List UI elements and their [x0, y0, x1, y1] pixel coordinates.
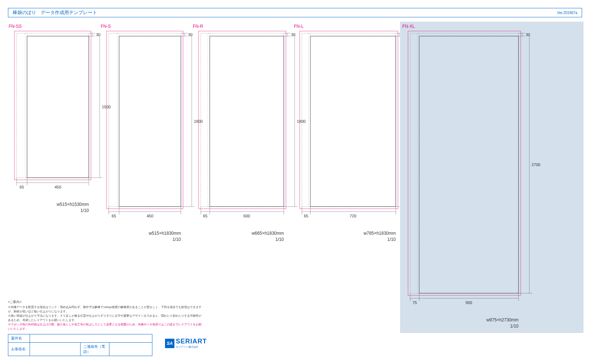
template-label: FN-XL	[402, 24, 584, 29]
svg-rect-54	[300, 31, 398, 209]
form-field-name-label: 案件名	[8, 334, 30, 343]
svg-rect-21	[117, 33, 119, 207]
svg-text:450: 450	[55, 185, 61, 189]
svg-text:65: 65	[112, 214, 116, 218]
template-label: FN-S	[101, 24, 191, 29]
version-label: Ver.201907a	[557, 11, 577, 15]
template-label: FN-R	[193, 24, 292, 29]
template-summary: w665×h1830mm1/10	[192, 230, 284, 243]
template-diagram: 30 1800 65 450	[100, 30, 203, 228]
svg-text:2700: 2700	[532, 162, 540, 167]
svg-text:30: 30	[526, 32, 530, 37]
svg-text:720: 720	[350, 214, 356, 218]
svg-text:600: 600	[243, 214, 250, 218]
logo-mark-icon: SA	[165, 339, 174, 348]
template-summary: w785×h1830mm1/10	[293, 230, 396, 243]
svg-text:65: 65	[203, 214, 207, 218]
info-table: 案件名 お客様名 ご連絡先（電話）	[8, 334, 152, 356]
note-line-3: ※マゼンダ色の外枠線は仕上げの際、裁ち落としや加工等の延ばしろとして必要となる範…	[8, 322, 203, 331]
template-label: FN-L	[294, 24, 400, 29]
template-FN-L: FN-L 30 1800 65 720 w785×h1830mm1/10	[292, 22, 400, 333]
svg-rect-19	[109, 33, 181, 207]
svg-rect-57	[308, 33, 310, 207]
svg-rect-38	[210, 36, 284, 207]
svg-rect-73	[410, 33, 519, 293]
svg-rect-18	[107, 31, 183, 209]
note-line-1: ※画像データを配置する場合はリンク・埋め込み問わず、製作寸法解像で100dpi程…	[8, 305, 203, 314]
template-summary: w515×h1830mm1/10	[100, 230, 181, 243]
svg-rect-2	[27, 36, 89, 178]
svg-rect-75	[417, 33, 419, 293]
form-field-contact-value[interactable]	[109, 343, 152, 356]
form-field-customer-value[interactable]	[30, 343, 81, 356]
template-diagram: 30 1800 65 600	[192, 30, 305, 228]
svg-rect-1	[17, 33, 89, 178]
template-label: FN-SS	[9, 24, 99, 29]
template-FN-S: FN-S 30 1800 65 450 w515×h1830mm1/10	[99, 22, 191, 333]
svg-rect-3	[25, 33, 27, 178]
template-diagram: 30 2700 75 900	[402, 30, 540, 315]
svg-rect-39	[208, 33, 210, 207]
template-diagram: 30 1500 65 450	[8, 30, 110, 199]
template-FN-SS: FN-SS 30 1500 65 450 w515×h1530mm1/10	[6, 22, 99, 333]
logo-text: SERIART	[176, 338, 207, 345]
svg-rect-0	[14, 31, 91, 180]
note-line-2: ※黒い実線が仕上がり寸法になります。ヌリ足しが被る位置や仕上がりギリギリに文字や…	[8, 314, 203, 322]
template-summary: w515×h1530mm1/10	[8, 202, 89, 214]
form-field-name-value[interactable]	[30, 334, 152, 343]
logo: SA SERIART セリアート株式会社	[165, 338, 207, 349]
templates-container: FN-SS 30 1500 65 450 w515×h1530mm1/10FN-…	[6, 22, 584, 333]
svg-text:900: 900	[465, 300, 472, 305]
svg-rect-36	[199, 31, 286, 209]
template-FN-R: FN-R 30 1800 65 600 w665×h1830mm1/10	[191, 22, 292, 333]
svg-rect-72	[408, 31, 521, 295]
svg-text:65: 65	[304, 214, 308, 218]
footer: <ご案内> ※画像データを配置する場合はリンク・埋め込み問わず、製作寸法解像で1…	[8, 300, 203, 356]
svg-rect-20	[119, 36, 181, 207]
svg-rect-37	[201, 33, 284, 207]
svg-rect-56	[310, 36, 396, 207]
svg-text:75: 75	[412, 300, 417, 305]
svg-text:450: 450	[147, 214, 153, 218]
form-field-customer-label: お客様名	[8, 343, 30, 356]
form-field-contact-label: ご連絡先（電話）	[81, 343, 109, 356]
template-summary: w975×h2730mm1/10	[402, 317, 519, 329]
page-title: 棒袋のぼり データ作成用テンプレート	[13, 9, 97, 16]
template-diagram: 30 1800 65 720	[293, 30, 417, 228]
logo-subtitle: セリアート株式会社	[176, 345, 207, 349]
svg-rect-55	[302, 33, 396, 207]
svg-rect-74	[419, 36, 519, 293]
template-FN-XL: FN-XL 30 2700 75 900 w975×h2730mm1/10	[400, 22, 584, 333]
svg-text:65: 65	[19, 185, 24, 189]
title-bar: 棒袋のぼり データ作成用テンプレート Ver.201907a	[8, 8, 582, 17]
notes-title: <ご案内>	[8, 300, 203, 304]
